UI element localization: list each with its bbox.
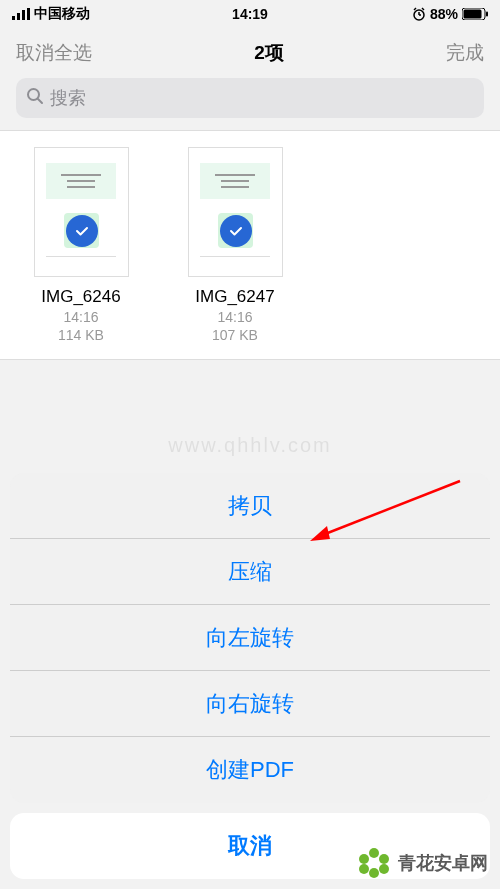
- svg-rect-1: [17, 13, 20, 20]
- search-bar[interactable]: [16, 78, 484, 118]
- battery-label: 88%: [430, 6, 458, 22]
- action-compress[interactable]: 压缩: [10, 539, 490, 605]
- file-item[interactable]: IMG_6246 14:16 114 KB: [16, 147, 146, 343]
- time-label: 14:19: [232, 6, 268, 22]
- action-sheet: 拷贝 压缩 向左旋转 向右旋转 创建PDF 取消: [0, 463, 500, 889]
- search-input[interactable]: [50, 88, 474, 109]
- file-time-label: 14:16: [217, 309, 252, 325]
- file-thumbnail: [34, 147, 129, 277]
- page-title: 2项: [254, 40, 284, 66]
- file-name-label: IMG_6246: [41, 287, 120, 307]
- selected-check-icon: [220, 215, 252, 247]
- file-grid: IMG_6246 14:16 114 KB IMG_6247 14:16 107…: [0, 130, 500, 360]
- svg-line-13: [38, 99, 42, 103]
- svg-line-7: [414, 8, 416, 10]
- action-rotate-right[interactable]: 向右旋转: [10, 671, 490, 737]
- status-left: 中国移动: [12, 5, 90, 23]
- file-size-label: 107 KB: [212, 327, 258, 343]
- battery-icon: [462, 8, 488, 20]
- carrier-label: 中国移动: [34, 5, 90, 23]
- file-item[interactable]: IMG_6247 14:16 107 KB: [170, 147, 300, 343]
- done-button[interactable]: 完成: [446, 40, 484, 66]
- file-name-label: IMG_6247: [195, 287, 274, 307]
- svg-rect-2: [22, 10, 25, 20]
- alarm-icon: [412, 7, 426, 21]
- search-icon: [26, 87, 44, 109]
- action-group: 拷贝 压缩 向左旋转 向右旋转 创建PDF: [10, 473, 490, 803]
- svg-rect-11: [486, 12, 488, 17]
- signal-icon: [12, 8, 30, 20]
- file-time-label: 14:16: [63, 309, 98, 325]
- file-size-label: 114 KB: [58, 327, 104, 343]
- selected-check-icon: [66, 215, 98, 247]
- status-right: 88%: [412, 6, 488, 22]
- svg-line-8: [422, 8, 424, 10]
- file-thumbnail: [188, 147, 283, 277]
- status-bar: 中国移动 14:19 88%: [0, 0, 500, 28]
- cancel-button[interactable]: 取消: [10, 813, 490, 879]
- nav-bar: 取消全选 2项 完成: [0, 28, 500, 78]
- action-rotate-left[interactable]: 向左旋转: [10, 605, 490, 671]
- action-copy[interactable]: 拷贝: [10, 473, 490, 539]
- svg-rect-3: [27, 8, 30, 20]
- watermark-url: www.qhhlv.com: [168, 433, 331, 456]
- svg-rect-0: [12, 16, 15, 20]
- action-create-pdf[interactable]: 创建PDF: [10, 737, 490, 803]
- deselect-all-button[interactable]: 取消全选: [16, 40, 92, 66]
- svg-rect-10: [464, 10, 482, 19]
